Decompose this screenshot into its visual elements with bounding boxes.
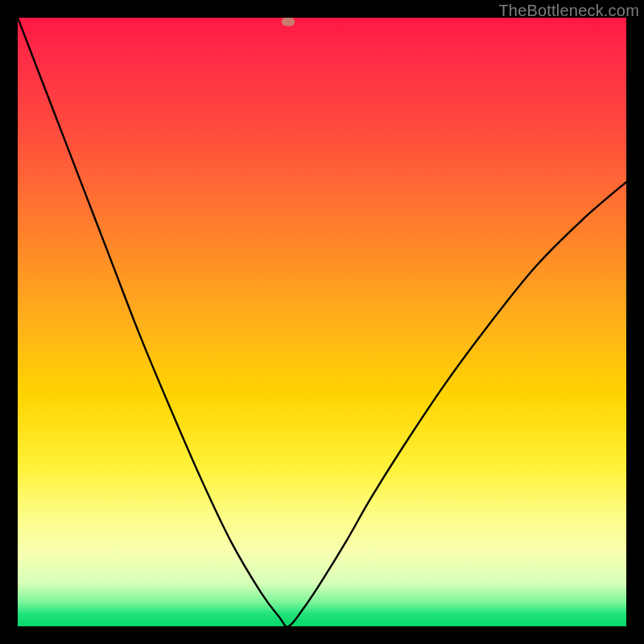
bottleneck-curve bbox=[18, 18, 626, 626]
optimal-point-marker bbox=[282, 18, 295, 26]
chart-frame: TheBottleneck.com bbox=[0, 0, 644, 644]
watermark-text: TheBottleneck.com bbox=[498, 2, 639, 20]
plot-area bbox=[18, 18, 626, 626]
curve-path bbox=[18, 18, 626, 626]
